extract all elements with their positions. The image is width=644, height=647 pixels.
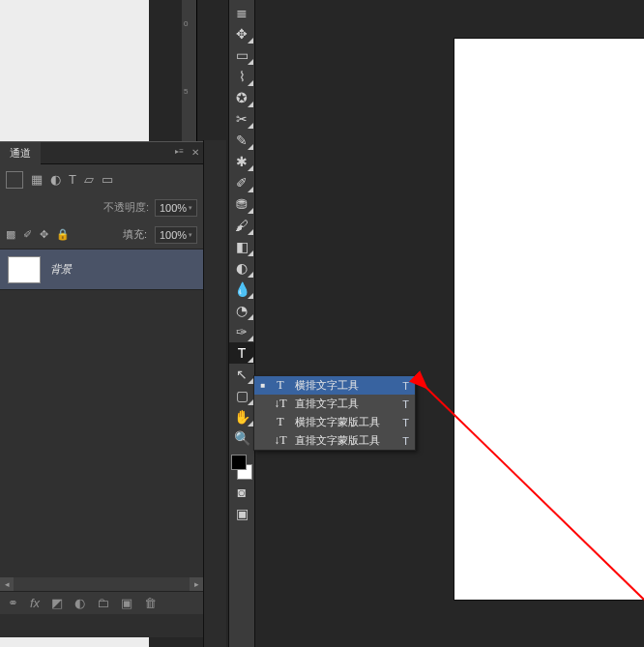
- fill-label: 填充:: [123, 227, 147, 242]
- ruler-tick: 0: [184, 19, 188, 28]
- shape-tool[interactable]: ▢: [229, 385, 254, 406]
- layers-panel-footer: ⚭ fx ◩ ◐ 🗀 ▣ 🗑: [0, 591, 203, 614]
- status-strip: [0, 614, 203, 637]
- image-icon[interactable]: ▦: [31, 172, 43, 187]
- tools-toolbar: ≣ ✥ ▭ ⌇ ✪ ✂ ✎ ✱ ✐ ⛃ 🖌 ◧ ◐ 💧 ◔ ✑ T ↖ ▢ ✋ …: [228, 0, 255, 647]
- zoom-tool[interactable]: 🔍: [229, 427, 254, 449]
- layer-name: 背景: [50, 262, 72, 277]
- panel-options-row-1: ▦ ◐ T ▱ ▭: [0, 164, 203, 195]
- horizontal-type-mask-icon: T: [274, 415, 287, 429]
- adjustment-icon[interactable]: ◐: [74, 596, 85, 610]
- type-tool[interactable]: T: [229, 342, 254, 364]
- panel-dock-strip: [203, 140, 226, 647]
- panel-menu-icon[interactable]: ▸≡: [175, 147, 184, 156]
- pen-tool[interactable]: ✑: [229, 321, 254, 342]
- toolbar-grip-icon[interactable]: ≣: [229, 2, 254, 23]
- trash-icon[interactable]: 🗑: [144, 596, 157, 610]
- screenmode-toggle[interactable]: ▣: [229, 503, 254, 524]
- ruler-tick: 5: [184, 87, 188, 96]
- tab-channels[interactable]: 通道: [0, 142, 41, 164]
- quickmask-toggle[interactable]: ◙: [229, 482, 254, 503]
- flyout-label: 直排文字工具: [295, 397, 395, 411]
- clone-stamp-tool[interactable]: ⛃: [229, 193, 254, 215]
- flyout-vertical-type-mask-tool[interactable]: ↓T 直排文字蒙版工具 T: [254, 431, 415, 450]
- artboard-icon[interactable]: ▭: [102, 172, 113, 187]
- move-tool[interactable]: ✥: [229, 23, 254, 44]
- healing-brush-tool[interactable]: ✱: [229, 151, 254, 172]
- lock-paint-icon[interactable]: ✐: [23, 228, 32, 241]
- foreground-color-swatch[interactable]: [231, 455, 247, 470]
- flyout-horizontal-type-tool[interactable]: ■ T 横排文字工具 T: [254, 376, 415, 395]
- document-window[interactable]: [454, 39, 644, 600]
- flyout-label: 横排文字蒙版工具: [295, 415, 395, 429]
- opacity-label: 不透明度:: [103, 200, 149, 215]
- eyedropper-tool[interactable]: ✎: [229, 130, 254, 151]
- new-layer-icon[interactable]: ▣: [121, 596, 132, 610]
- lasso-tool[interactable]: ⌇: [229, 66, 254, 87]
- dodge-tool[interactable]: ◔: [229, 300, 254, 321]
- type-tool-flyout: ■ T 横排文字工具 T ↓T 直排文字工具 T T 横排文字蒙版工具 T ↓T…: [253, 375, 416, 451]
- brush-tool[interactable]: ✐: [229, 172, 254, 193]
- blend-swatch[interactable]: [6, 171, 23, 189]
- scroll-left-icon[interactable]: ◂: [0, 577, 14, 591]
- panel-options-row-3: ▩ ✐ ✥ 🔒 填充: 100%▾: [0, 221, 203, 250]
- gradient-tool[interactable]: ◐: [229, 257, 254, 279]
- link-icon[interactable]: ⚭: [8, 596, 18, 610]
- scroll-right-icon[interactable]: ▸: [190, 577, 203, 591]
- history-brush-tool[interactable]: 🖌: [229, 215, 254, 236]
- blur-tool[interactable]: 💧: [229, 279, 254, 300]
- quick-select-tool[interactable]: ✪: [229, 87, 254, 108]
- panel-tab-bar: 通道 ▸≡ ✕: [0, 141, 203, 164]
- panel-body: [0, 290, 203, 579]
- hand-tool[interactable]: ✋: [229, 406, 254, 427]
- fx-icon[interactable]: fx: [30, 596, 40, 610]
- layer-thumbnail: [8, 256, 41, 283]
- vertical-type-icon: ↓T: [274, 397, 287, 411]
- vertical-type-mask-icon: ↓T: [274, 433, 287, 448]
- flyout-horizontal-type-mask-tool[interactable]: T 横排文字蒙版工具 T: [254, 413, 415, 431]
- mask-icon[interactable]: ◩: [51, 596, 63, 610]
- lock-move-icon[interactable]: ✥: [40, 228, 48, 241]
- group-icon[interactable]: 🗀: [97, 596, 109, 610]
- flyout-shortcut: T: [402, 398, 409, 410]
- panel-scrollbar[interactable]: ◂ ▸: [0, 577, 203, 591]
- eraser-tool[interactable]: ◧: [229, 236, 254, 257]
- close-icon[interactable]: ✕: [191, 147, 199, 158]
- color-swatches[interactable]: [229, 453, 254, 482]
- opacity-input[interactable]: 100%▾: [155, 199, 197, 217]
- transform-icon[interactable]: ▱: [84, 172, 94, 187]
- flyout-label: 直排文字蒙版工具: [295, 433, 395, 448]
- path-selection-tool[interactable]: ↖: [229, 364, 254, 385]
- panel-options-row-2: 不透明度: 100%▾: [0, 193, 203, 222]
- lock-icon[interactable]: 🔒: [56, 228, 70, 241]
- scroll-track[interactable]: [14, 577, 190, 591]
- adjust-icon[interactable]: ◐: [50, 172, 61, 187]
- flyout-vertical-type-tool[interactable]: ↓T 直排文字工具 T: [254, 395, 415, 413]
- layer-row-background[interactable]: 背景: [0, 250, 203, 290]
- marquee-tool[interactable]: ▭: [229, 44, 254, 66]
- flyout-shortcut: T: [402, 417, 409, 428]
- crop-tool[interactable]: ✂: [229, 108, 254, 130]
- lock-transparent-icon[interactable]: ▩: [6, 228, 15, 241]
- type-icon[interactable]: T: [69, 172, 76, 187]
- flyout-label: 横排文字工具: [295, 378, 395, 393]
- checkmark-icon: ■: [260, 381, 266, 390]
- flyout-shortcut: T: [402, 435, 409, 447]
- horizontal-type-icon: T: [274, 378, 287, 393]
- fill-input[interactable]: 100%▾: [155, 226, 197, 244]
- flyout-shortcut: T: [402, 380, 409, 392]
